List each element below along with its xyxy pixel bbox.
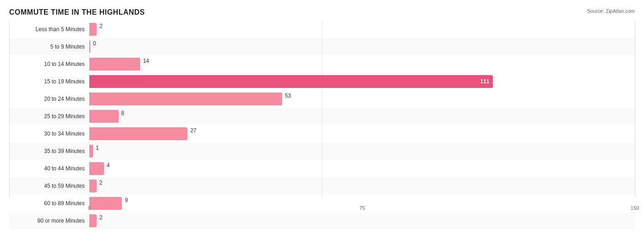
chart-header: COMMUTE TIME IN THE HIGHLANDS Source: Zi… xyxy=(9,8,635,16)
bar-label: 20 to 24 Minutes xyxy=(9,96,89,102)
bar-fill: 4 xyxy=(89,162,104,175)
bar-row: 45 to 59 Minutes2 xyxy=(9,178,635,194)
bar-label: 5 to 9 Minutes xyxy=(9,44,89,50)
bar-track: 111 xyxy=(89,75,635,88)
bar-fill: 27 xyxy=(89,127,187,140)
bar-row: 25 to 29 Minutes8 xyxy=(9,108,635,125)
bar-fill: 111 xyxy=(89,75,493,88)
bar-track: 0 xyxy=(89,40,635,53)
bar-row: 90 or more Minutes2 xyxy=(9,213,635,229)
grid-line xyxy=(635,21,635,198)
bar-track: 53 xyxy=(89,93,635,105)
bar-fill: 2 xyxy=(89,23,97,36)
bar-label: 25 to 29 Minutes xyxy=(9,113,89,120)
bar-fill: 53 xyxy=(89,93,282,105)
bar-fill: 14 xyxy=(89,58,140,71)
bar-label: 40 to 44 Minutes xyxy=(9,165,89,172)
bar-value: 8 xyxy=(121,110,125,116)
bar-value: 27 xyxy=(190,127,196,134)
bar-row: 10 to 14 Minutes14 xyxy=(9,56,635,72)
bar-value: 1 xyxy=(96,145,99,151)
bar-row: 5 to 9 Minutes0 xyxy=(9,38,635,55)
x-tick: 75 xyxy=(359,205,365,211)
bar-row: 30 to 34 Minutes27 xyxy=(9,125,635,142)
bar-value: 14 xyxy=(143,58,149,64)
bar-row: 35 to 39 Minutes1 xyxy=(9,143,635,159)
bar-track: 27 xyxy=(89,127,635,140)
bar-fill: 1 xyxy=(89,145,93,158)
bar-track: 8 xyxy=(89,110,635,123)
bar-value: 2 xyxy=(99,23,103,29)
bar-row: Less than 5 Minutes2 xyxy=(9,21,635,38)
bar-track: 1 xyxy=(89,145,635,158)
bar-row: 15 to 19 Minutes111 xyxy=(9,73,635,90)
x-axis: 075150 xyxy=(89,198,635,212)
bar-label: 15 to 19 Minutes xyxy=(9,78,89,85)
bar-fill: 0 xyxy=(89,40,90,53)
x-tick: 0 xyxy=(88,205,91,211)
bar-label: 60 to 89 Minutes xyxy=(9,200,89,207)
bar-row: 20 to 24 Minutes53 xyxy=(9,91,635,107)
bar-value: 2 xyxy=(99,180,103,186)
bar-value: 2 xyxy=(99,214,103,221)
bar-fill: 2 xyxy=(89,214,97,227)
bar-track: 2 xyxy=(89,23,635,36)
bar-label: 30 to 34 Minutes xyxy=(9,131,89,137)
bar-track: 2 xyxy=(89,214,635,227)
bar-row: 40 to 44 Minutes4 xyxy=(9,160,635,177)
bar-label: Less than 5 Minutes xyxy=(9,26,89,33)
bar-value: 111 xyxy=(480,78,489,85)
chart-container: COMMUTE TIME IN THE HIGHLANDS Source: Zi… xyxy=(0,0,644,240)
bar-value: 4 xyxy=(107,162,110,169)
bar-label: 35 to 39 Minutes xyxy=(9,148,89,154)
bar-value: 53 xyxy=(285,93,291,99)
chart-title: COMMUTE TIME IN THE HIGHLANDS xyxy=(9,8,145,16)
bar-track: 4 xyxy=(89,162,635,175)
bar-label: 90 or more Minutes xyxy=(9,218,89,224)
x-tick: 150 xyxy=(631,205,639,211)
bars-area: Less than 5 Minutes25 to 9 Minutes010 to… xyxy=(9,21,635,198)
bar-track: 14 xyxy=(89,58,635,71)
bar-fill: 8 xyxy=(89,110,119,123)
chart-body: Less than 5 Minutes25 to 9 Minutes010 to… xyxy=(9,21,635,212)
bar-label: 10 to 14 Minutes xyxy=(9,61,89,67)
bar-label: 45 to 59 Minutes xyxy=(9,183,89,189)
bar-fill: 2 xyxy=(89,180,97,192)
chart-source: Source: ZipAtlas.com xyxy=(587,8,635,14)
bar-value: 0 xyxy=(93,40,96,47)
bar-track: 2 xyxy=(89,180,635,192)
